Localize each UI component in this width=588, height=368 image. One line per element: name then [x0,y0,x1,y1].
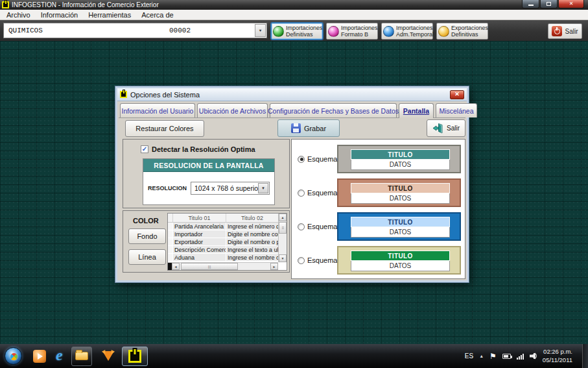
close-icon: ✕ [454,92,460,97]
close-button[interactable]: ✕ [558,0,584,8]
button-label: ImportacionesDefinitivas [286,25,323,38]
opciones-del-sistema-dialog: Opciones del Sistema ✕ Información del U… [115,86,469,282]
scheme-3-preview: TITULO DATOS [337,212,461,241]
linea-button[interactable]: Línea [128,249,166,265]
taskbar-clock[interactable]: 02:26 p.m. 05/11/2011 [543,348,572,365]
grabar-button[interactable]: Grabar [277,119,340,137]
button-label: ImportacionesAdm.Temporal [396,25,434,38]
vertical-scroll-thumb[interactable]: ≡ [279,222,287,234]
scheme-title-sample: TITULO [351,149,450,160]
battery-icon[interactable] [502,354,511,359]
horizontal-scroll-thumb[interactable]: ||| [181,263,238,270]
network-signal-icon[interactable] [517,353,524,360]
radio-icon[interactable] [298,190,305,197]
importaciones-definitivas-button[interactable]: ImportacionesDefinitivas [271,23,323,40]
show-hidden-icons-button[interactable]: ▲ [479,354,484,358]
menu-acerca-de[interactable]: Acerca de [137,11,180,19]
tab-configuracion-fechas-bases[interactable]: Configuración de Fechas y Bases de Datos [270,103,397,117]
scheme-row-3: Esquema 3 TITULO DATOS [292,212,465,241]
detect-resolution-row: Detectar la Resolución Optima [141,145,255,153]
internet-explorer-task-button[interactable]: e [56,347,63,366]
company-combobox[interactable]: QUIMICOS 00002 ▼ [3,23,267,38]
color-group: COLOR Fondo Línea Titulo 01 Titulo 02 Pa… [123,210,290,273]
resolution-group: Detectar la Resolución Optima RESOLUCION… [123,139,290,208]
detect-resolution-label: Detectar la Resolución Optima [152,145,255,153]
grabar-label: Grabar [304,125,326,132]
exportaciones-definitivas-button[interactable]: ExportacionesDefinitivas [436,23,488,40]
vertical-scrollbar[interactable]: ▲ ≡ ▼ [278,214,287,262]
fondo-button[interactable]: Fondo [128,228,166,244]
salir-dialog-button[interactable]: Salir [427,119,465,137]
resolution-select[interactable]: 1024 x 768 ó superior ▼ [191,182,270,195]
tab-pantalla[interactable]: Pantalla [399,103,434,118]
importaciones-adm-temporal-button[interactable]: ImportacionesAdm.Temporal [381,23,433,40]
scroll-right-arrow-icon[interactable]: ► [270,263,278,270]
table-row[interactable]: Descripción Comercial Ingrese el texto a… [168,246,287,254]
tab-miscelanea[interactable]: Miscelánea [436,103,477,117]
menu-bar: Archivo Información Herramientas Acerca … [0,10,588,20]
scroll-left-arrow-icon[interactable]: ◄ [172,263,180,270]
resolution-panel-title: RESOLUCION DE LA PANTALLA [143,159,274,172]
media-player-icon [33,350,46,363]
volume-button[interactable] [530,352,537,360]
radio-icon[interactable] [298,223,305,230]
tab-ubicacion-de-archivos[interactable]: Ubicación de Archivos [197,103,268,117]
show-desktop-button[interactable] [582,344,588,368]
media-player-task-button[interactable] [33,347,46,366]
scroll-down-arrow-icon[interactable]: ▼ [279,254,287,262]
menu-herramientas[interactable]: Herramientas [84,11,137,19]
radio-icon[interactable] [298,156,305,163]
scheme-title-sample: TITULO [351,183,450,193]
table-row[interactable]: Exportador Digite el nombre o parte [168,238,287,246]
scheme-1-preview: TITULO DATOS [337,145,461,173]
resolution-field-row: RESOLUCION 1024 x 768 ó superior ▼ [143,172,274,195]
dialog-title: Opciones del Sistema [130,91,200,99]
close-icon: ✕ [569,1,574,6]
horizontal-scrollbar[interactable]: ◄ ||| ► [168,262,278,270]
scheme-title-sample: TITULO [351,217,450,227]
browser-fox-task-button[interactable] [102,347,114,366]
taskbar: e ES ▲ ⚑ 02:26 p.m. 05/11/2011 [0,344,588,368]
minimize-button[interactable] [522,0,539,8]
table-header-row: Titulo 01 Titulo 02 [168,214,287,223]
restaurar-colores-button[interactable]: Restaurar Colores [125,120,204,137]
scroll-up-arrow-icon[interactable]: ▲ [279,214,287,221]
titles-table: Titulo 01 Titulo 02 Partida Arancelaria … [167,213,287,271]
dialog-logo-icon [120,91,127,98]
column-header-titulo-02: Titulo 02 [226,214,278,222]
globe-green-icon [273,26,284,37]
detect-resolution-checkbox[interactable] [141,145,148,153]
maximize-button[interactable] [540,0,558,8]
start-button[interactable] [5,347,22,365]
sphere-magenta-icon [328,26,339,37]
infogestion-task-button[interactable] [122,347,148,366]
scheme-row-2: Esquema 2 TITULO DATOS [292,178,465,207]
importaciones-formato-b-button[interactable]: ImportacionesFormato B [326,23,378,40]
language-indicator[interactable]: ES [465,352,473,360]
window-titlebar: INFOGESTION - Información de Comercio Ex… [0,0,588,10]
menu-informacion[interactable]: Información [37,11,84,19]
dialog-close-button[interactable]: ✕ [450,90,464,99]
table-row[interactable]: Partida Arancelaria Ingrese el número de… [168,223,287,230]
scheme-data-sample: DATOS [351,193,450,204]
globe-blue-icon [383,26,394,37]
folder-icon [75,352,88,360]
save-floppy-icon [291,123,301,133]
dialog-titlebar: Opciones del Sistema ✕ [117,88,467,101]
menu-archivo[interactable]: Archivo [3,11,37,19]
table-row[interactable]: Importador Digite el nombre complet [168,230,287,238]
resolution-value: 1024 x 768 ó superior [194,184,261,192]
exit-app-button[interactable]: Salir [548,23,582,39]
table-row[interactable]: Aduana Ingrese el nombre comp [168,254,287,262]
tab-informacion-del-usuario[interactable]: Información del Usuario [120,103,195,117]
action-center-flag-icon[interactable]: ⚑ [489,352,497,360]
combo-dropdown-button[interactable]: ▼ [255,24,266,37]
infogestion-icon [128,350,141,363]
system-tray: ES ▲ ⚑ 02:26 p.m. 05/11/2011 [465,348,588,365]
file-explorer-task-button[interactable] [71,347,92,366]
dialog-tabs: Información del Usuario Ubicación de Arc… [120,103,477,118]
radio-icon[interactable] [298,257,305,264]
resolution-field-label: RESOLUCION [148,185,187,191]
resolution-dropdown-button[interactable]: ▼ [258,183,268,193]
fox-icon [102,351,114,361]
